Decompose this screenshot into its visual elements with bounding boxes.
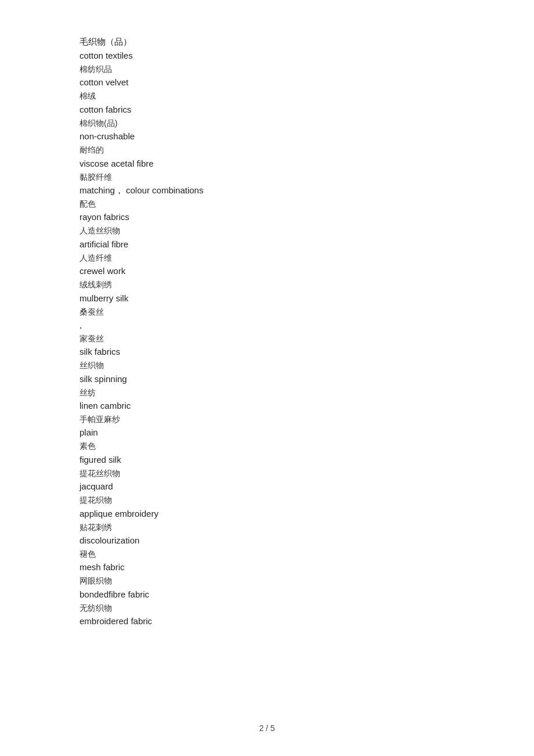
english-term: bondedfibre fabric xyxy=(80,588,534,602)
list-item: ,家蚕丝 xyxy=(80,318,534,345)
list-item: rayon fabrics人造丝织物 xyxy=(80,210,534,237)
list-item: applique embroidery贴花刺绣 xyxy=(80,507,534,534)
english-term: silk spinning xyxy=(80,372,534,386)
english-term: crewel work xyxy=(80,264,534,278)
chinese-term: 手帕亚麻纱 xyxy=(80,413,534,426)
list-item: mesh fabric网眼织物 xyxy=(80,560,534,587)
english-term: matching， colour combinations xyxy=(80,183,534,197)
english-term: applique embroidery xyxy=(80,507,534,521)
list-item: matching， colour combinations配色 xyxy=(80,183,534,210)
chinese-term: 贴花刺绣 xyxy=(80,521,534,534)
list-item: silk spinning丝纺 xyxy=(80,372,534,399)
english-term: mesh fabric xyxy=(80,560,534,574)
english-term: mulberry silk xyxy=(80,291,534,305)
english-term: artificial fibre xyxy=(80,237,534,251)
list-item: jacquard提花织物 xyxy=(80,480,534,506)
list-item: mulberry silk桑蚕丝 xyxy=(80,291,534,318)
chinese-term: 耐绉的 xyxy=(80,143,534,156)
chinese-term: 丝织物 xyxy=(80,359,534,372)
chinese-term: 棉绒 xyxy=(80,89,534,102)
list-item: plain素色 xyxy=(80,426,534,452)
list-item: 毛织物（品） xyxy=(80,35,534,49)
chinese-term: 黏胶纤维 xyxy=(80,171,534,183)
list-item: silk fabrics丝织物 xyxy=(80,345,534,372)
chinese-term: 桑蚕丝 xyxy=(80,305,534,318)
list-item: viscose acetal fibre黏胶纤维 xyxy=(80,157,534,183)
list-item: figured silk提花丝织物 xyxy=(80,453,534,480)
list-item: embroidered fabric xyxy=(80,614,534,628)
list-item: discolourization褪色 xyxy=(80,534,534,560)
list-item: crewel work绒线刺绣 xyxy=(80,264,534,291)
chinese-term: 棉纺织品 xyxy=(80,63,534,75)
list-item: cotton textiles棉纺织品 xyxy=(80,49,534,75)
english-term: discolourization xyxy=(80,534,534,548)
chinese-term: 家蚕丝 xyxy=(80,332,534,345)
chinese-term: 配色 xyxy=(80,197,534,210)
english-term: figured silk xyxy=(80,453,534,467)
english-term: cotton textiles xyxy=(80,49,534,63)
chinese-term: 褪色 xyxy=(80,548,534,560)
chinese-term: 提花丝织物 xyxy=(80,467,534,480)
english-term: silk fabrics xyxy=(80,345,534,359)
english-term: , xyxy=(80,318,534,332)
list-item: cotton fabrics棉织物(品) xyxy=(80,103,534,129)
english-term: 毛织物（品） xyxy=(80,35,534,49)
content-area: 毛织物（品）cotton textiles棉纺织品cotton velvet棉绒… xyxy=(0,0,534,663)
page-number: 2 / 5 xyxy=(259,723,275,733)
list-item: non-crushable耐绉的 xyxy=(80,129,534,156)
english-term: cotton velvet xyxy=(80,75,534,89)
chinese-term: 素色 xyxy=(80,440,534,452)
english-term: jacquard xyxy=(80,480,534,494)
list-item: artificial fibre人造纤维 xyxy=(80,237,534,264)
list-item: linen cambric手帕亚麻纱 xyxy=(80,399,534,426)
list-item: cotton velvet棉绒 xyxy=(80,75,534,102)
chinese-term: 丝纺 xyxy=(80,386,534,399)
chinese-term: 人造丝织物 xyxy=(80,224,534,237)
english-term: embroidered fabric xyxy=(80,614,534,628)
chinese-term: 绒线刺绣 xyxy=(80,278,534,291)
english-term: linen cambric xyxy=(80,399,534,413)
chinese-term: 人造纤维 xyxy=(80,251,534,264)
chinese-term: 提花织物 xyxy=(80,494,534,506)
english-term: viscose acetal fibre xyxy=(80,157,534,171)
list-item: bondedfibre fabric无纺织物 xyxy=(80,588,534,614)
english-term: rayon fabrics xyxy=(80,210,534,224)
chinese-term: 棉织物(品) xyxy=(80,117,534,129)
english-term: cotton fabrics xyxy=(80,103,534,117)
chinese-term: 无纺织物 xyxy=(80,602,534,614)
english-term: plain xyxy=(80,426,534,440)
english-term: non-crushable xyxy=(80,129,534,143)
chinese-term: 网眼织物 xyxy=(80,574,534,587)
